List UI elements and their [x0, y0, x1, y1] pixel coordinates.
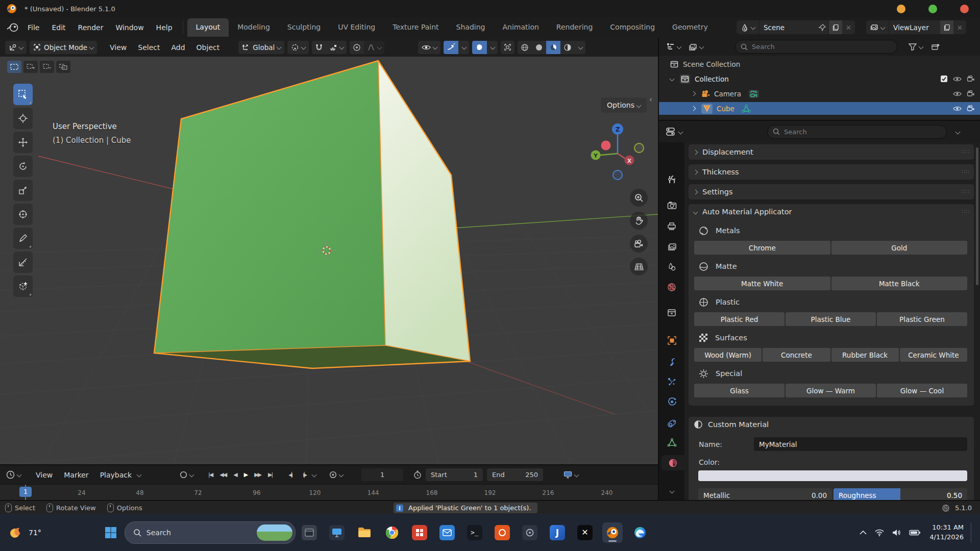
- navigation-gizmo[interactable]: Z Y X: [587, 119, 648, 183]
- next-frame-button[interactable]: ▕▶: [298, 470, 309, 480]
- cube-object[interactable]: [154, 61, 470, 368]
- shading-rendered-button[interactable]: [560, 41, 575, 54]
- timeline-editor-type-button[interactable]: [6, 470, 21, 479]
- workspace-tab-sculpting[interactable]: Sculpting: [279, 18, 329, 37]
- outliner-row-scene-collection[interactable]: Scene Collection: [659, 58, 980, 70]
- transform-orientation-dropdown[interactable]: Global: [238, 41, 284, 54]
- viewport-menu-add[interactable]: Add: [165, 43, 190, 52]
- viewport-menu-select[interactable]: Select: [132, 43, 165, 52]
- timeline-menu-marker[interactable]: Marker: [58, 471, 94, 479]
- tool-add-cube[interactable]: [13, 276, 33, 297]
- sidebar-collapse-arrow[interactable]: ‹: [649, 95, 652, 104]
- taskbar-app-x[interactable]: ✕: [575, 522, 595, 543]
- stopwatch-icon[interactable]: [413, 470, 422, 479]
- current-frame-field[interactable]: 1: [361, 468, 403, 481]
- mode-dropdown[interactable]: Object Mode: [30, 41, 97, 54]
- tool-move[interactable]: [13, 132, 33, 153]
- outliner-row-collection[interactable]: Collection: [659, 72, 980, 85]
- gizmo-x-neg-axis[interactable]: [601, 141, 611, 151]
- workspace-tab-animation[interactable]: Animation: [494, 18, 547, 37]
- pivot-point-dropdown[interactable]: [287, 41, 309, 54]
- cube-expand-chevron[interactable]: [691, 106, 696, 111]
- menu-file[interactable]: File: [21, 20, 45, 35]
- zoom-button[interactable]: [630, 189, 648, 207]
- ortho-toggle-button[interactable]: [630, 258, 648, 276]
- auto-key-button[interactable]: [180, 471, 193, 479]
- taskbar-app-terminal[interactable]: >_: [464, 522, 485, 543]
- viewlayer-new-button[interactable]: [940, 20, 953, 34]
- menu-window[interactable]: Window: [109, 20, 150, 35]
- addon-panel-header[interactable]: Auto Material Applicator∷∷: [689, 204, 974, 219]
- select-mode-subtract[interactable]: [40, 61, 54, 73]
- select-mode-new[interactable]: [7, 61, 21, 73]
- report-message[interactable]: i Applied 'Plastic Green' to 1 object(s)…: [394, 503, 537, 513]
- volume-icon[interactable]: [892, 529, 901, 536]
- viewport-menu-object[interactable]: Object: [191, 43, 226, 52]
- overlays-settings-dropdown[interactable]: [487, 41, 498, 54]
- taskbar-app-blender[interactable]: [602, 522, 623, 543]
- show-overlays-toggle[interactable]: [472, 41, 487, 54]
- gizmo-y-neg-axis[interactable]: [634, 143, 644, 153]
- play-button[interactable]: ▶: [241, 469, 250, 480]
- outliner-display-mode-button[interactable]: [688, 43, 703, 51]
- panel-drag-handle[interactable]: ∷∷: [962, 188, 970, 195]
- end-frame-field[interactable]: End250: [487, 468, 543, 481]
- viewport-scene[interactable]: [0, 57, 658, 465]
- taskbar-app-chrome[interactable]: [382, 522, 402, 543]
- outliner-row-cube[interactable]: Cube: [659, 102, 980, 115]
- tab-particles[interactable]: [664, 374, 679, 389]
- viewport-menu-view[interactable]: View: [104, 43, 132, 52]
- scene-new-button[interactable]: [829, 20, 842, 34]
- shading-solid-button[interactable]: [532, 41, 546, 54]
- workspace-tab-texture-paint[interactable]: Texture Paint: [384, 18, 447, 37]
- material-button-plastic-blue[interactable]: Plastic Blue: [786, 312, 876, 326]
- outliner-row-camera[interactable]: Camera: [659, 87, 980, 100]
- tool-measure[interactable]: [13, 252, 33, 273]
- material-button-matte-white[interactable]: Matte White: [694, 277, 830, 290]
- outliner-filter-button[interactable]: [909, 43, 923, 51]
- tab-scene[interactable]: [664, 259, 679, 274]
- visibility-dropdown[interactable]: [418, 41, 440, 54]
- panel-settings[interactable]: Settings∷∷: [689, 184, 974, 199]
- taskbar-app-monitor[interactable]: [327, 522, 347, 543]
- tab-data[interactable]: [664, 435, 679, 450]
- horizontal-divider[interactable]: [659, 120, 980, 121]
- hide-eye-icon[interactable]: [953, 91, 962, 97]
- frame-jump-chevron[interactable]: [312, 472, 317, 478]
- camera-expand-chevron[interactable]: [691, 91, 696, 96]
- camera-view-button[interactable]: [630, 235, 648, 253]
- weather-widget[interactable]: 71°: [7, 524, 41, 541]
- shading-wireframe-button[interactable]: [518, 41, 532, 54]
- tool-scale[interactable]: [13, 180, 33, 201]
- editor-type-button[interactable]: [5, 41, 27, 54]
- workspace-tab-shading[interactable]: Shading: [448, 18, 494, 37]
- tool-cursor[interactable]: [13, 108, 33, 129]
- material-button-glow-cool[interactable]: Glow — Cool: [877, 384, 967, 397]
- start-frame-field[interactable]: Start1: [426, 468, 483, 481]
- taskbar-app-mail[interactable]: [437, 522, 457, 543]
- panel-thickness[interactable]: Thickness∷∷: [689, 164, 974, 180]
- collection-expand-chevron[interactable]: [670, 77, 675, 82]
- tab-viewlayer[interactable]: [664, 239, 679, 254]
- taskbar-app-store[interactable]: [409, 522, 430, 543]
- close-button[interactable]: [960, 5, 969, 13]
- jump-to-end-button[interactable]: ▶|: [265, 469, 275, 480]
- menu-edit[interactable]: Edit: [45, 20, 71, 35]
- play-reverse-button[interactable]: ◀: [231, 469, 239, 480]
- panel-drag-handle[interactable]: ∷∷: [962, 168, 970, 175]
- timeline-menu-view[interactable]: View: [30, 471, 58, 479]
- viewlayer-remove-button[interactable]: ✕: [953, 20, 966, 34]
- tab-render[interactable]: [664, 197, 679, 213]
- render-visibility-icon[interactable]: [967, 105, 975, 112]
- pan-button[interactable]: [630, 212, 648, 230]
- material-button-concrete[interactable]: Concrete: [763, 348, 830, 362]
- taskbar-app-file-explorer[interactable]: [354, 522, 375, 543]
- scene-browse-button[interactable]: [737, 20, 759, 34]
- outliner-search[interactable]: Search: [735, 40, 897, 54]
- material-button-plastic-green[interactable]: Plastic Green: [877, 312, 967, 326]
- panel-drag-handle[interactable]: ∷∷: [962, 208, 970, 215]
- tab-constraints[interactable]: [664, 416, 679, 431]
- timeline-ruler[interactable]: 24 48 72 96 120 144 168 192 216 240 1: [0, 484, 658, 500]
- vertical-divider[interactable]: [658, 38, 659, 500]
- tab-material[interactable]: [661, 455, 684, 470]
